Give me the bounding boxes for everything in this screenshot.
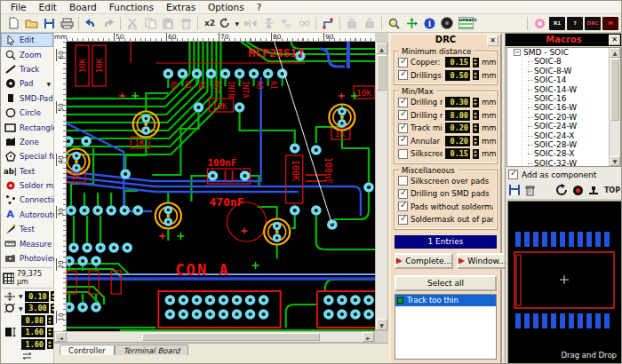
update-icon[interactable]: UPDATE bbox=[456, 15, 475, 31]
drilling-max-field[interactable]: 8.00 bbox=[445, 110, 470, 121]
tool-edit[interactable]: Edit bbox=[1, 33, 53, 47]
drilling-on-smd-checkbox[interactable] bbox=[398, 189, 408, 199]
drc-complete-button[interactable]: ▶Complete... bbox=[395, 253, 453, 269]
track-width-field[interactable]: 0.10 bbox=[25, 291, 49, 302]
tool-connections[interactable]: Connections bbox=[1, 193, 53, 207]
tool-rectangle[interactable]: Rectangle▼ bbox=[1, 120, 53, 134]
new-file-icon[interactable] bbox=[4, 15, 22, 31]
zoom-search-icon[interactable] bbox=[385, 15, 403, 31]
annular-ring-checkbox[interactable] bbox=[398, 136, 408, 146]
drc-error-list[interactable]: Track too thin bbox=[395, 294, 497, 360]
drc-window-button[interactable]: ▶Window... bbox=[457, 253, 507, 269]
tool-solder-mask[interactable]: Solder mask bbox=[1, 178, 53, 193]
component-query-icon[interactable]: ? bbox=[566, 15, 584, 31]
pad-dropdown-arrow[interactable]: ▼ bbox=[46, 81, 51, 87]
menu-help[interactable]: ? bbox=[251, 1, 268, 13]
horizontal-scrollbar[interactable]: ◄ ► bbox=[54, 331, 375, 343]
macro-item[interactable]: SOIC-16-W bbox=[507, 103, 609, 112]
tool-special-form[interactable]: Special form bbox=[1, 149, 53, 163]
drilling-max-checkbox[interactable] bbox=[398, 110, 408, 120]
scroll-down-arrow[interactable]: ▼ bbox=[376, 319, 387, 330]
horizontal-scroll-thumb[interactable] bbox=[142, 333, 320, 341]
menu-functions[interactable]: Functions bbox=[103, 1, 160, 13]
refresh-icon[interactable] bbox=[555, 184, 568, 196]
track-min-checkbox[interactable] bbox=[398, 123, 408, 133]
smd-width-spinner[interactable] bbox=[47, 328, 53, 337]
macro-item[interactable]: SOIC-16 bbox=[507, 94, 609, 103]
grid-size-display[interactable]: 79,375 µm bbox=[1, 270, 53, 286]
ground-plane-icon[interactable] bbox=[438, 15, 456, 31]
pad-drill-spinner[interactable] bbox=[47, 315, 53, 325]
drilling-min-checkbox[interactable] bbox=[398, 98, 408, 107]
pads-without-soldermask-checkbox[interactable] bbox=[398, 202, 408, 211]
mirror-vertical-icon[interactable] bbox=[259, 15, 277, 31]
paste-icon[interactable] bbox=[159, 15, 177, 31]
copper-checkbox[interactable] bbox=[398, 58, 408, 67]
stamp-icon[interactable] bbox=[588, 186, 599, 195]
menu-extras[interactable]: Extras bbox=[160, 1, 202, 13]
drilling-min-spinner[interactable] bbox=[473, 98, 479, 107]
save-macro-icon[interactable] bbox=[509, 185, 520, 195]
drillings-value-field[interactable]: 0.50 bbox=[445, 70, 470, 81]
tool-autoroute[interactable]: A Autoroute bbox=[1, 208, 53, 222]
drillings-checkbox[interactable] bbox=[398, 70, 408, 80]
redo-icon[interactable] bbox=[100, 15, 117, 31]
tab-terminal-board[interactable]: Terminal Board bbox=[115, 344, 189, 355]
silkscreen-min-checkbox[interactable] bbox=[398, 149, 408, 159]
menu-edit[interactable]: Edit bbox=[33, 1, 63, 13]
track-width-dropdown[interactable]: ▼ bbox=[19, 293, 23, 299]
cut-icon[interactable] bbox=[124, 15, 141, 31]
lock-icon[interactable] bbox=[343, 15, 361, 31]
scroll-down-arrow[interactable]: ▼ bbox=[610, 156, 620, 166]
silkscreen-min-spinner[interactable] bbox=[473, 149, 479, 159]
macros-tree[interactable]: − SMD - SOIC SOIC-8 SOIC-8-W SOIC-14 SOI… bbox=[506, 47, 621, 167]
add-as-component-checkbox[interactable] bbox=[508, 170, 518, 179]
tool-track[interactable]: Track bbox=[1, 62, 53, 76]
print-icon[interactable] bbox=[58, 15, 76, 31]
tool-photoview[interactable]: Photoview bbox=[1, 251, 53, 265]
info-icon[interactable]: i bbox=[420, 15, 438, 31]
macro-item[interactable]: SOIC-24-W bbox=[507, 122, 609, 131]
drillings-spinner[interactable] bbox=[473, 70, 479, 80]
open-file-icon[interactable] bbox=[22, 15, 40, 31]
smd-height-spinner[interactable] bbox=[47, 339, 53, 349]
macro-preview[interactable]: Drag and Drop bbox=[507, 201, 622, 364]
tool-zoom[interactable]: Zoom bbox=[1, 47, 53, 61]
macro-item[interactable]: SOIC-28-X bbox=[507, 149, 609, 158]
tool-text[interactable]: ab| Text bbox=[1, 164, 53, 178]
solder-mask-view-icon[interactable] bbox=[530, 15, 548, 31]
macros-scrollbar[interactable]: ▲ ▼ bbox=[609, 48, 620, 166]
record-macro-icon[interactable] bbox=[573, 186, 583, 195]
vertical-scrollbar[interactable]: ▲ ▼ bbox=[375, 42, 388, 331]
menu-options[interactable]: Options bbox=[202, 1, 251, 13]
scroll-left-arrow[interactable]: ◄ bbox=[55, 332, 67, 342]
drc-check-icon[interactable]: DRC bbox=[584, 15, 602, 31]
origin-icon[interactable] bbox=[403, 15, 420, 31]
rotate-button[interactable]: ▼ bbox=[219, 15, 242, 31]
drc-select-all-button[interactable]: Select all bbox=[395, 275, 497, 291]
annular-ring-field[interactable]: 0.20 bbox=[445, 136, 470, 146]
scroll-right-arrow[interactable]: ► bbox=[363, 332, 374, 342]
pcb-design-surface[interactable]: MCP23S17 A0 A1 A2 RST INTB INTA A0 A1 10… bbox=[67, 42, 375, 331]
macro-item[interactable]: SOIC-20-W bbox=[507, 113, 609, 122]
mirror-horizontal-icon[interactable] bbox=[242, 15, 259, 31]
macro-item[interactable]: SOIC-28-W bbox=[507, 140, 609, 149]
tool-pad[interactable]: Pad▼ bbox=[1, 76, 53, 91]
vertical-scroll-thumb[interactable] bbox=[377, 55, 387, 91]
copper-spinner[interactable] bbox=[473, 58, 479, 67]
macro-item[interactable]: SOIC-8-W bbox=[507, 67, 609, 75]
save-icon[interactable] bbox=[40, 15, 58, 31]
menu-board[interactable]: Board bbox=[63, 1, 103, 13]
macros-close-icon[interactable]: ✕ bbox=[609, 35, 620, 45]
swap-values-icon[interactable] bbox=[20, 352, 35, 361]
macro-item[interactable]: SOIC-32-W bbox=[507, 159, 609, 167]
macro-item[interactable]: SOIC-14-W bbox=[507, 85, 609, 94]
tool-measure[interactable]: Measure bbox=[1, 236, 53, 250]
macros-scroll-thumb[interactable] bbox=[610, 59, 619, 121]
collapse-icon[interactable]: − bbox=[514, 49, 521, 56]
duplicate-button[interactable]: x2 bbox=[201, 15, 219, 31]
undo-icon[interactable] bbox=[82, 15, 100, 31]
macro-item[interactable]: SOIC-14 bbox=[507, 75, 609, 84]
tab-controller[interactable]: Controller bbox=[60, 344, 115, 355]
smd-width-field[interactable]: 1.60 bbox=[21, 327, 45, 337]
